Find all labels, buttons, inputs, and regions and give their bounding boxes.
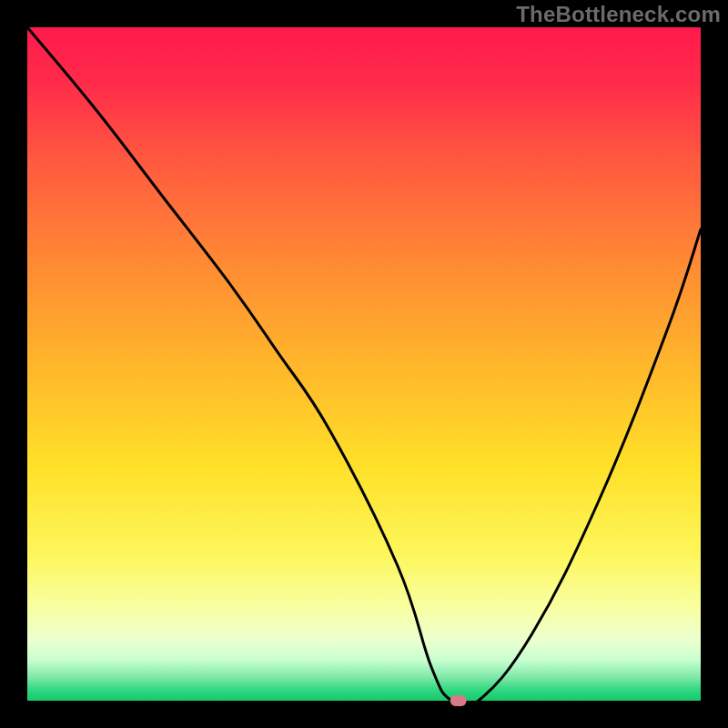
watermark-text: TheBottleneck.com (516, 2, 721, 27)
chart-plot-bg (27, 27, 701, 701)
chart-svg (0, 0, 728, 728)
chart-container: TheBottleneck.com (0, 0, 728, 728)
optimal-marker (450, 695, 467, 706)
